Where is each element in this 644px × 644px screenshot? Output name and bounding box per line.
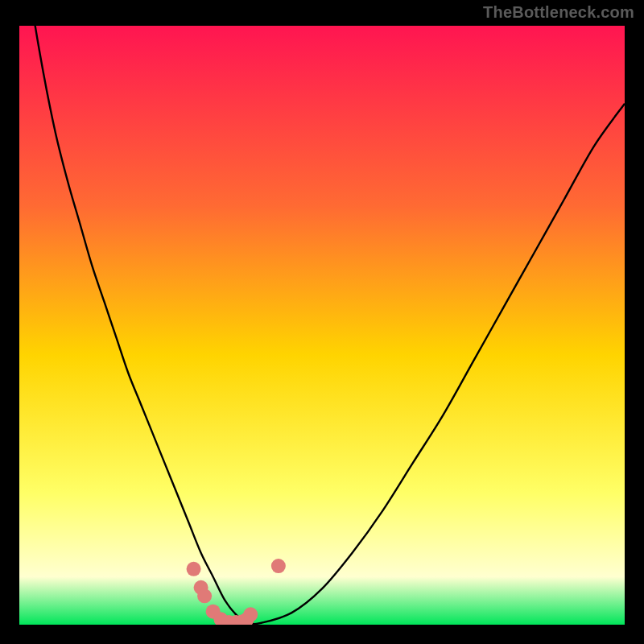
marker-dot: [243, 607, 258, 621]
marker-dot: [187, 562, 201, 576]
plot-area: [19, 26, 625, 625]
attribution-watermark: TheBottleneck.com: [483, 3, 634, 22]
marker-dot: [197, 588, 212, 603]
marker-dot: [271, 559, 286, 573]
chart-frame: TheBottleneck.com: [0, 0, 644, 644]
bottleneck-chart: [19, 26, 625, 625]
gradient-background: [19, 26, 625, 625]
